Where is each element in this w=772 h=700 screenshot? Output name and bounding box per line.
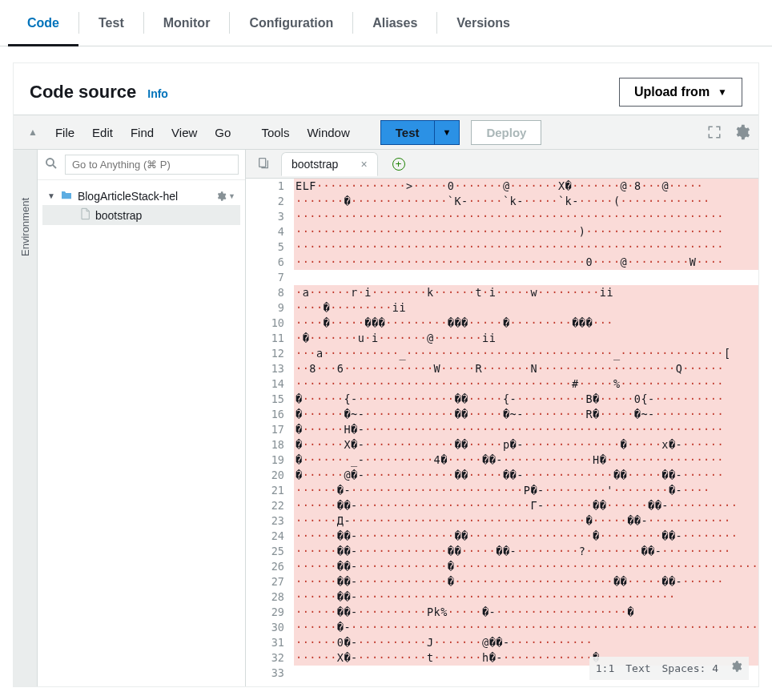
test-dropdown-button[interactable]: ▼ — [435, 120, 460, 145]
close-icon[interactable]: × — [360, 158, 367, 171]
folder-settings-icon[interactable]: ▼ — [215, 191, 235, 202]
menu-go[interactable]: Go — [207, 123, 239, 143]
editor-status-bar: 1:1 Text Spaces: 4 — [589, 657, 749, 680]
environment-rail[interactable]: Environment — [14, 150, 38, 686]
ide-body: Environment ▼ BlogArticleStack-hel — [14, 150, 758, 686]
editor-tab-row: bootstrap × + — [246, 150, 758, 179]
code-editor[interactable]: 1234567891011121314151617181920212223242… — [246, 179, 758, 686]
gear-icon[interactable] — [730, 660, 742, 677]
syntax-mode[interactable]: Text — [625, 661, 650, 676]
tab-list-icon[interactable] — [246, 156, 281, 171]
svg-rect-2 — [259, 159, 266, 167]
cursor-position[interactable]: 1:1 — [596, 661, 614, 676]
panel-header: Code source Info Upload from ▼ — [14, 63, 758, 115]
editor-pane: bootstrap × + 12345678910111213141516171… — [246, 150, 758, 686]
test-button[interactable]: Test — [380, 120, 435, 145]
upload-from-button[interactable]: Upload from ▼ — [619, 78, 742, 107]
menu-find[interactable]: Find — [123, 123, 162, 143]
tab-monitor[interactable]: Monitor — [144, 0, 230, 46]
file-name: bootstrap — [95, 209, 142, 222]
tab-versions[interactable]: Versions — [437, 0, 529, 46]
tree-folder[interactable]: ▼ BlogArticleStack-hel ▼ — [42, 187, 240, 205]
add-tab-button[interactable]: + — [392, 158, 405, 171]
folder-icon — [60, 189, 73, 203]
code-source-panel: Code source Info Upload from ▼ ▲ File Ed… — [13, 62, 759, 687]
editor-tab-label: bootstrap — [292, 158, 338, 171]
indent-setting[interactable]: Spaces: 4 — [662, 661, 718, 676]
fullscreen-icon[interactable] — [707, 125, 722, 139]
main-tabs: Code Test Monitor Configuration Aliases … — [0, 0, 772, 46]
deploy-button: Deploy — [471, 120, 541, 145]
menu-view[interactable]: View — [163, 123, 205, 143]
menu-edit[interactable]: Edit — [84, 123, 121, 143]
collapse-arrow-icon[interactable]: ▲ — [22, 127, 44, 138]
tab-aliases[interactable]: Aliases — [353, 0, 436, 46]
code-content[interactable]: ELF·············>·····0·······@·······X�… — [294, 179, 758, 686]
file-icon — [79, 207, 90, 223]
menu-tools[interactable]: Tools — [253, 123, 297, 143]
svg-line-1 — [53, 165, 56, 168]
gear-icon[interactable] — [733, 123, 750, 141]
menu-file[interactable]: File — [47, 123, 82, 143]
ide-toolbar: ▲ File Edit Find View Go Tools Window Te… — [14, 115, 758, 150]
info-link[interactable]: Info — [147, 87, 168, 100]
folder-name: BlogArticleStack-hel — [78, 190, 178, 203]
tree-file[interactable]: bootstrap — [42, 205, 240, 225]
svg-point-0 — [46, 159, 54, 166]
line-gutter: 1234567891011121314151617181920212223242… — [246, 179, 294, 686]
panel-title: Code source — [30, 82, 136, 103]
tab-configuration[interactable]: Configuration — [230, 0, 352, 46]
search-icon[interactable] — [44, 156, 58, 173]
editor-file-tab[interactable]: bootstrap × — [281, 152, 378, 176]
chevron-down-icon: ▼ — [47, 191, 55, 200]
tab-test[interactable]: Test — [79, 0, 143, 46]
tab-code[interactable]: Code — [8, 0, 78, 46]
environment-label: Environment — [19, 198, 31, 256]
file-explorer: ▼ BlogArticleStack-hel ▼ bootstrap — [38, 150, 246, 686]
upload-from-label: Upload from — [634, 85, 710, 99]
menu-window[interactable]: Window — [299, 123, 357, 143]
caret-down-icon: ▼ — [718, 86, 727, 98]
goto-anything-input[interactable] — [65, 155, 239, 175]
